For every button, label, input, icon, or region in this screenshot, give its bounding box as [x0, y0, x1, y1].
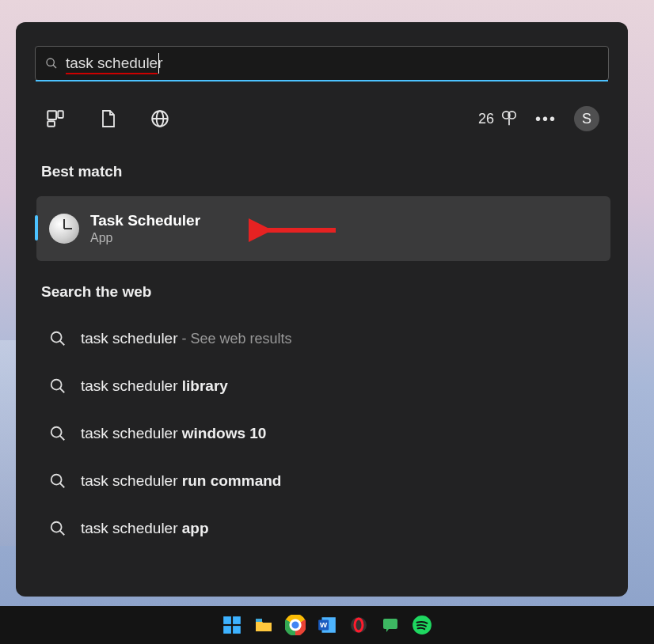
svg-point-13 [51, 380, 62, 390]
rewards-badge[interactable]: 26 [478, 110, 518, 127]
search-icon [49, 330, 67, 347]
svg-rect-4 [58, 111, 63, 118]
result-bold: windows 10 [182, 425, 267, 441]
web-filter-icon[interactable] [149, 108, 171, 130]
start-button-icon[interactable] [221, 614, 243, 636]
task-scheduler-icon [49, 214, 79, 244]
chat-app-icon[interactable] [379, 614, 401, 636]
result-prefix: task scheduler [81, 425, 182, 441]
taskbar: W [0, 606, 654, 644]
web-results-list: task scheduler - See web results task sc… [35, 315, 609, 552]
svg-point-17 [51, 475, 62, 485]
apps-filter-icon[interactable] [44, 108, 67, 130]
svg-rect-3 [48, 121, 55, 127]
svg-line-16 [60, 436, 65, 441]
svg-line-20 [60, 531, 65, 536]
svg-rect-21 [223, 616, 231, 624]
avatar-initial: S [582, 111, 591, 127]
web-result-item[interactable]: task scheduler run command [35, 457, 609, 505]
result-bold: app [182, 520, 209, 536]
spotify-icon[interactable] [411, 614, 433, 636]
svg-line-1 [53, 65, 56, 68]
svg-text:W: W [320, 620, 328, 629]
more-options-icon[interactable]: ••• [535, 110, 557, 128]
file-explorer-icon[interactable] [253, 614, 275, 636]
rewards-count: 26 [478, 111, 494, 127]
start-search-panel: 26 ••• S Best match Task Scheduler App [16, 22, 628, 597]
web-result-item[interactable]: task scheduler library [35, 362, 609, 410]
word-icon[interactable]: W [316, 614, 338, 636]
opera-icon[interactable] [348, 614, 370, 636]
text-cursor [158, 53, 159, 74]
svg-rect-25 [256, 619, 262, 622]
svg-rect-23 [223, 626, 231, 634]
svg-rect-24 [233, 626, 241, 634]
user-avatar[interactable]: S [574, 106, 599, 131]
search-icon [49, 377, 67, 395]
best-match-title: Task Scheduler [90, 212, 200, 229]
result-suffix: - See web results [178, 331, 292, 347]
svg-rect-22 [233, 616, 241, 624]
search-icon [45, 57, 58, 70]
web-result-item[interactable]: task scheduler windows 10 [35, 410, 609, 457]
best-match-header: Best match [41, 163, 609, 180]
search-icon [49, 472, 67, 490]
svg-line-12 [60, 341, 65, 346]
svg-point-19 [51, 522, 62, 532]
svg-rect-2 [48, 111, 56, 119]
svg-point-0 [47, 59, 54, 66]
svg-line-14 [60, 388, 65, 393]
result-prefix: task scheduler [81, 330, 178, 347]
result-prefix: task scheduler [81, 377, 182, 394]
svg-point-11 [51, 332, 62, 343]
arrow-annotation [249, 218, 344, 242]
best-match-subtitle: App [90, 231, 200, 245]
web-result-item[interactable]: task scheduler app [35, 505, 609, 552]
result-prefix: task scheduler [81, 520, 182, 536]
search-web-header: Search the web [41, 283, 609, 301]
search-toolbar: 26 ••• S [35, 101, 609, 136]
chrome-icon[interactable] [284, 614, 306, 636]
documents-filter-icon[interactable] [97, 108, 119, 130]
svg-rect-37 [383, 619, 397, 629]
search-icon [49, 425, 67, 442]
best-match-result[interactable]: Task Scheduler App [36, 196, 610, 261]
result-bold: run command [182, 472, 282, 489]
search-icon [49, 520, 67, 537]
result-bold: library [182, 377, 228, 394]
svg-line-18 [60, 483, 65, 488]
search-input[interactable] [66, 47, 599, 80]
spellcheck-underline [66, 73, 158, 74]
search-input-container[interactable] [35, 46, 609, 81]
svg-point-15 [51, 427, 62, 438]
result-prefix: task scheduler [81, 472, 182, 489]
web-result-item[interactable]: task scheduler - See web results [35, 315, 609, 362]
